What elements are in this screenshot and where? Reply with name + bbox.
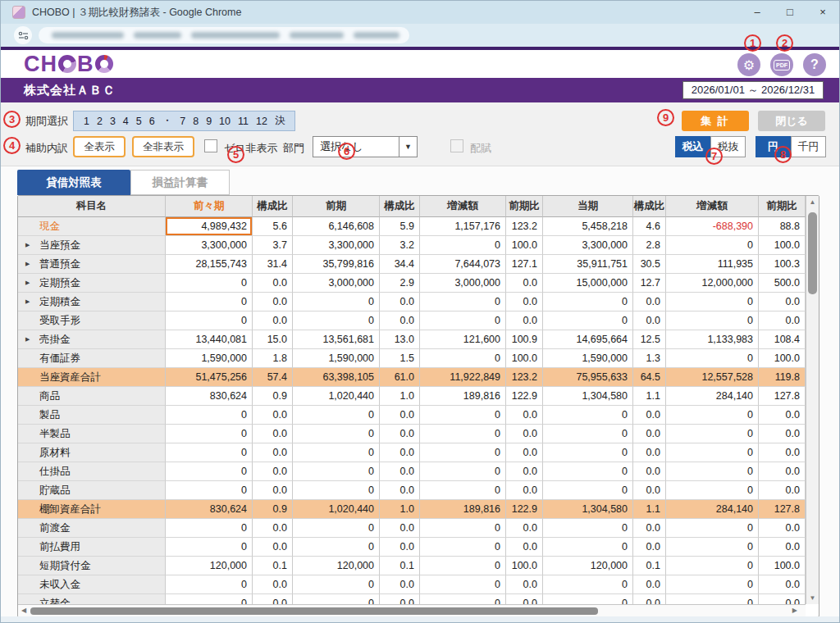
column-header[interactable]: 前期 [293,196,380,217]
value-cell[interactable]: 0 [166,293,253,312]
value-cell[interactable]: 0.0 [633,519,666,538]
value-cell[interactable]: 12.5 [633,330,666,349]
expand-icon[interactable]: ▶ [25,293,30,311]
value-cell[interactable]: 119.8 [759,368,806,387]
value-cell[interactable]: 2.8 [633,236,666,255]
value-cell[interactable]: 3,300,000 [166,236,253,255]
value-cell[interactable]: 100.0 [506,236,543,255]
value-cell[interactable]: 0.9 [253,387,293,406]
value-cell[interactable]: 830,624 [166,500,253,519]
value-cell[interactable]: 3,300,000 [293,236,380,255]
value-cell[interactable]: 12,557,528 [666,368,759,387]
table-row[interactable]: 商品830,6240.91,020,4401.0189,816122.91,30… [18,387,806,406]
table-row[interactable]: 前渡金00.000.000.000.000.0 [18,519,806,538]
table-row[interactable]: 前払費用00.000.000.000.000.0 [18,538,806,557]
value-cell[interactable]: 0 [420,462,506,481]
table-row[interactable]: 半製品00.000.000.000.000.0 [18,425,806,443]
value-cell[interactable]: 0.0 [759,406,806,425]
value-cell[interactable]: 12,000,000 [666,274,759,293]
value-cell[interactable]: 0.0 [633,443,666,462]
value-cell[interactable]: 34.4 [380,255,420,274]
value-cell[interactable]: 5,458,218 [543,217,633,236]
value-cell[interactable]: 3.7 [253,236,293,255]
value-cell[interactable]: 500.0 [759,274,806,293]
value-cell[interactable]: 0.0 [380,406,420,425]
value-cell[interactable]: 0 [166,575,253,594]
value-cell[interactable]: 0.0 [633,538,666,557]
value-cell[interactable]: 100.9 [506,330,543,349]
value-cell[interactable]: 0.0 [253,293,293,312]
value-cell[interactable]: 0.0 [380,312,420,330]
minimize-button[interactable]: – [741,1,774,24]
period-option[interactable]: ・ [162,114,173,128]
value-cell[interactable]: 63,398,105 [293,368,380,387]
value-cell[interactable]: 0.0 [759,481,806,500]
value-cell[interactable]: 0 [420,293,506,312]
value-cell[interactable]: 0.9 [253,500,293,519]
value-cell[interactable]: 0 [293,406,380,425]
value-cell[interactable]: 0 [666,236,759,255]
value-cell[interactable]: 4,989,432 [166,217,253,236]
value-cell[interactable]: 0 [666,443,759,462]
value-cell[interactable]: 3,000,000 [420,274,506,293]
value-cell[interactable]: 0.0 [759,443,806,462]
value-cell[interactable]: 0.0 [380,462,420,481]
value-cell[interactable]: 5.9 [380,217,420,236]
table-row[interactable]: 現金4,989,4325.66,146,6085.91,157,176123.2… [18,217,806,236]
value-cell[interactable]: 1,157,176 [420,217,506,236]
value-cell[interactable]: 0.0 [506,594,543,604]
period-selector[interactable]: 123456・789101112決 [73,111,295,131]
value-cell[interactable]: 0 [666,406,759,425]
column-header[interactable]: 増減額 [420,196,506,217]
value-cell[interactable]: -688,390 [666,217,759,236]
value-cell[interactable]: 0.0 [253,312,293,330]
value-cell[interactable]: 0.0 [253,594,293,604]
expand-icon[interactable]: ▶ [25,274,30,292]
table-row[interactable]: 短期貸付金120,0000.1120,0000.10100.0120,0000.… [18,557,806,575]
value-cell[interactable]: 0.0 [759,312,806,330]
table-row[interactable]: 貯蔵品00.000.000.000.000.0 [18,481,806,500]
value-cell[interactable]: 0.0 [380,594,420,604]
value-cell[interactable]: 0.0 [759,519,806,538]
value-cell[interactable]: 31.4 [253,255,293,274]
value-cell[interactable]: 7,644,073 [420,255,506,274]
value-cell[interactable]: 0.0 [506,425,543,443]
value-cell[interactable]: 0 [666,575,759,594]
value-cell[interactable]: 0 [666,557,759,575]
table-row[interactable]: 未収入金00.000.000.000.000.0 [18,575,806,594]
chevron-down-icon[interactable]: ▼ [399,137,417,157]
value-cell[interactable]: 0.0 [253,519,293,538]
value-cell[interactable]: 100.3 [759,255,806,274]
value-cell[interactable]: 0.0 [759,462,806,481]
value-cell[interactable]: 1,020,440 [293,500,380,519]
pdf-export-button[interactable]: PDF [770,53,793,76]
value-cell[interactable]: 121,600 [420,330,506,349]
table-row[interactable]: ▶当座預金3,300,0003.73,300,0003.20100.03,300… [18,236,806,255]
value-cell[interactable]: 0.0 [380,481,420,500]
value-cell[interactable]: 51,475,256 [166,368,253,387]
value-cell[interactable]: 1.0 [380,387,420,406]
value-cell[interactable]: 0 [420,349,506,368]
value-cell[interactable]: 0 [543,462,633,481]
value-cell[interactable]: 0.0 [253,425,293,443]
value-cell[interactable]: 189,816 [420,500,506,519]
value-cell[interactable]: 28,155,743 [166,255,253,274]
table-row[interactable]: ▶定期積金00.000.000.000.000.0 [18,293,806,312]
value-cell[interactable]: 13.0 [380,330,420,349]
value-cell[interactable]: 0 [166,538,253,557]
value-cell[interactable]: 100.0 [759,557,806,575]
period-option[interactable]: 4 [123,116,129,127]
value-cell[interactable]: 0.0 [506,443,543,462]
value-cell[interactable]: 1.8 [253,349,293,368]
value-cell[interactable]: 0 [543,481,633,500]
value-cell[interactable]: 0 [420,425,506,443]
aggregate-button[interactable]: 集 計 [682,111,749,131]
value-cell[interactable]: 120,000 [166,557,253,575]
value-cell[interactable]: 1,304,580 [543,500,633,519]
value-cell[interactable]: 15.0 [253,330,293,349]
close-window-button[interactable]: × [806,1,839,24]
value-cell[interactable]: 100.0 [506,349,543,368]
scroll-right-icon[interactable]: ▶ [792,605,797,616]
table-row[interactable]: 有価証券1,590,0001.81,590,0001.50100.01,590,… [18,349,806,368]
value-cell[interactable]: 0.0 [380,443,420,462]
